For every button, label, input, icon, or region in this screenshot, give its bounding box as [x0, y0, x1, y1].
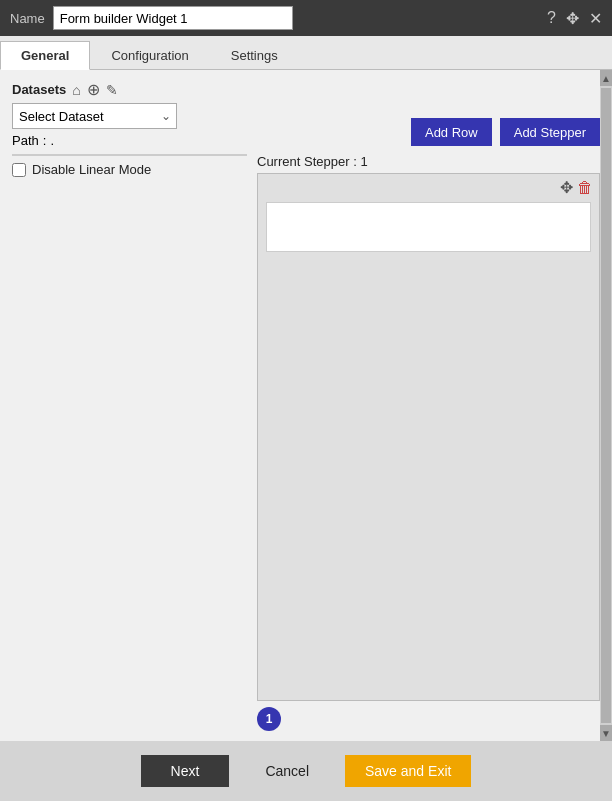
- stepper-box: ✥ 🗑: [257, 173, 600, 701]
- scrollbar-track: ▲ ▼: [600, 70, 612, 741]
- path-label: Path: [12, 133, 39, 148]
- path-value: .: [50, 133, 54, 148]
- stepper-delete-icon[interactable]: 🗑: [577, 179, 593, 197]
- tabs-bar: General Configuration Settings: [0, 36, 612, 70]
- stepper-move-icon[interactable]: ✥: [560, 178, 573, 197]
- next-button[interactable]: Next: [141, 755, 230, 787]
- datasets-label: Datasets: [12, 82, 66, 97]
- main-content: Datasets ⌂ ⊕ ✎ Select Dataset ⌄ Path : .: [0, 70, 612, 741]
- cancel-button[interactable]: Cancel: [245, 755, 329, 787]
- stepper-circle: 1: [257, 707, 281, 731]
- add-dataset-icon[interactable]: ⊕: [87, 80, 100, 99]
- panels-row: Disable Linear Mode Current Stepper : 1 …: [12, 154, 600, 731]
- tab-general[interactable]: General: [0, 41, 90, 70]
- title-bar-icons: ? ✥ ✕: [547, 9, 602, 28]
- dataset-select[interactable]: Select Dataset: [12, 103, 177, 129]
- scrollbar-up-button[interactable]: ▲: [600, 70, 612, 86]
- dataset-select-wrapper: Select Dataset ⌄: [12, 103, 177, 129]
- stepper-inner-box: [266, 202, 591, 252]
- datasets-header: Datasets ⌂ ⊕ ✎: [12, 80, 177, 99]
- title-bar: Name ? ✥ ✕: [0, 0, 612, 36]
- name-label: Name: [10, 11, 45, 26]
- close-icon[interactable]: ✕: [589, 9, 602, 28]
- left-controls: Datasets ⌂ ⊕ ✎ Select Dataset ⌄ Path : .: [12, 80, 177, 148]
- disable-linear-mode-row: Disable Linear Mode: [12, 156, 247, 179]
- help-icon[interactable]: ?: [547, 9, 556, 27]
- right-panel: Current Stepper : 1 ✥ 🗑 1: [257, 154, 600, 731]
- save-exit-button[interactable]: Save and Exit: [345, 755, 471, 787]
- footer: Next Cancel Save and Exit: [0, 741, 612, 801]
- left-section: Disable Linear Mode: [12, 154, 247, 731]
- add-stepper-button[interactable]: Add Stepper: [500, 118, 600, 146]
- current-stepper-label: Current Stepper : 1: [257, 154, 600, 169]
- disable-linear-mode-checkbox[interactable]: [12, 163, 26, 177]
- edit-dataset-icon[interactable]: ✎: [106, 82, 118, 98]
- move-icon[interactable]: ✥: [566, 9, 579, 28]
- path-separator: :: [43, 133, 47, 148]
- add-row-button[interactable]: Add Row: [411, 118, 492, 146]
- tab-configuration[interactable]: Configuration: [90, 41, 209, 69]
- scrollbar-thumb[interactable]: [601, 88, 611, 723]
- stepper-number-row: 1: [257, 701, 600, 731]
- path-row: Path : .: [12, 133, 177, 148]
- home-icon[interactable]: ⌂: [72, 82, 80, 98]
- stepper-controls: ✥ 🗑: [560, 178, 593, 197]
- disable-linear-mode-label: Disable Linear Mode: [32, 162, 151, 177]
- widget-name-input[interactable]: [53, 6, 293, 30]
- top-row: Datasets ⌂ ⊕ ✎ Select Dataset ⌄ Path : .: [12, 80, 600, 148]
- tab-settings[interactable]: Settings: [210, 41, 299, 69]
- scrollbar-down-button[interactable]: ▼: [600, 725, 612, 741]
- action-buttons: Add Row Add Stepper: [411, 118, 600, 148]
